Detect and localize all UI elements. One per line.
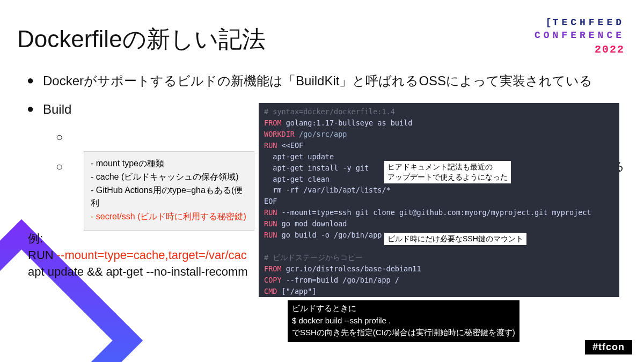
example-run-line: RUN --mount=type=cache,target=/var/cac — [28, 247, 248, 264]
bullet-1-text: Dockerがサポートするビルドの新機能は「BuildKit」と呼ばれるOSSに… — [43, 72, 592, 91]
dockerfile-code: # syntax=docker/dockerfile:1.4 FROM gola… — [259, 103, 619, 297]
bottom-build-note: ビルドするときに $ docker build --ssh profile . … — [288, 300, 519, 342]
float-l1: - mount typeの種類 — [91, 157, 247, 171]
logo-line1: TECHFEED — [535, 16, 625, 29]
float-l4: - secret/ssh (ビルド時に利用する秘密鍵) — [91, 210, 247, 224]
callout-heredoc: ヒアドキュメント記法も最近の アップデートで使えるようになった — [384, 161, 511, 183]
example-apt-line: apt update && apt-get --no-install-recom… — [28, 264, 248, 280]
logo-year: 2022 — [535, 42, 625, 57]
example-block: 例: RUN --mount=type=cache,target=/var/ca… — [28, 231, 248, 280]
bullet-1: ● Dockerがサポートするビルドの新機能は「BuildKit」と呼ばれるOS… — [27, 72, 628, 91]
event-logo: TECHFEED CONFERENCE 2022 — [535, 16, 625, 57]
float-l2: - cache (ビルドキャッシュの保存領域) — [91, 171, 247, 184]
callout-ssh-mount: ビルド時にだけ必要なSSH鍵のマウント — [384, 233, 526, 245]
hashtag-badge: #tfcon — [585, 340, 632, 354]
mount-type-box: - mount typeの種類 - cache (ビルドキャッシュの保存領域) … — [84, 151, 254, 231]
bullet-dot: ● — [27, 72, 43, 91]
ring-icon: ○ — [56, 129, 70, 146]
slide-title: Dockerfileの新しい記法 — [17, 24, 266, 55]
example-label: 例: — [28, 231, 248, 247]
ring-icon: ○ — [56, 158, 70, 175]
logo-line2: CONFERENCE — [535, 29, 625, 42]
float-l3: - GitHub Actions用のtype=ghaもある(便利 — [91, 184, 247, 211]
bullet-dot: ● — [27, 100, 43, 119]
